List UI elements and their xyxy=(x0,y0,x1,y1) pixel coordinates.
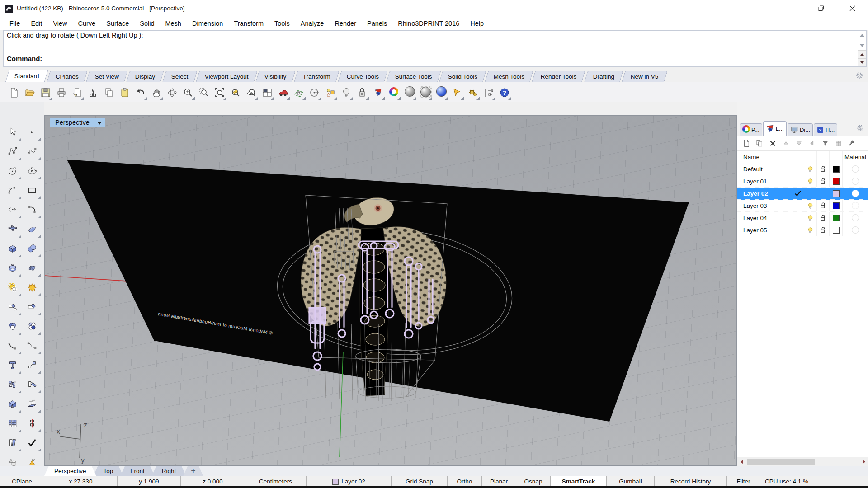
panel-tab-properties[interactable]: P... xyxy=(740,123,762,136)
scroll-right-icon[interactable] xyxy=(859,457,868,466)
new-viewport-tab-button[interactable] xyxy=(183,466,203,476)
status-cplane[interactable]: CPlane xyxy=(0,476,44,487)
import-file-button[interactable] xyxy=(70,84,85,101)
polygon-tool-button[interactable] xyxy=(4,201,21,219)
check-selection-tool-button[interactable] xyxy=(24,434,41,452)
mesh-surface-tool-button[interactable] xyxy=(24,259,41,277)
layer-tools-button[interactable] xyxy=(846,138,856,149)
fillet-curves-tool-button[interactable] xyxy=(4,337,21,355)
zoom-selected-button[interactable] xyxy=(228,84,243,101)
arc-tool-button[interactable] xyxy=(4,181,21,199)
toolbar-tab-visibility[interactable]: Visibility xyxy=(256,71,296,82)
spin-down-icon[interactable] xyxy=(858,58,866,66)
interpolate-curve-tool-button[interactable] xyxy=(24,142,41,160)
command-spinner[interactable] xyxy=(858,50,866,66)
move-layer-up-button[interactable] xyxy=(781,138,791,149)
zoom-window-button[interactable] xyxy=(196,84,212,101)
toolbar-tab-display[interactable]: Display xyxy=(126,71,164,82)
boolean-difference-tool-button[interactable] xyxy=(24,317,41,335)
layer-color-swatch[interactable] xyxy=(829,163,842,175)
viewport-menu-arrow-icon[interactable] xyxy=(97,122,102,125)
layer-color-swatch[interactable] xyxy=(829,200,842,211)
viewport-tab-front[interactable]: Front xyxy=(120,466,155,476)
viewport-layout-button[interactable] xyxy=(259,84,275,101)
spheres-tool-button[interactable] xyxy=(24,239,41,258)
boolean-gear-tool-button[interactable] xyxy=(4,278,21,296)
layer-visibility-bulb-icon[interactable] xyxy=(804,212,816,224)
command-input[interactable]: Command: xyxy=(3,50,867,67)
extrude-surface-tool-button[interactable] xyxy=(24,395,41,413)
layer-manager-button[interactable] xyxy=(370,84,386,101)
print-button[interactable] xyxy=(54,84,69,101)
status-filter[interactable]: Filter xyxy=(727,476,760,487)
surface-from-points-tool-button[interactable] xyxy=(4,220,21,238)
viewport-tab-perspective[interactable]: Perspective xyxy=(44,466,96,476)
help-button[interactable]: ? xyxy=(497,84,512,101)
viewport-tab-top[interactable]: Top xyxy=(94,466,123,476)
rectangular-array-tool-button[interactable] xyxy=(4,414,21,432)
copy-button[interactable] xyxy=(101,84,117,101)
toolbar-tab-render-tools[interactable]: Render Tools xyxy=(532,71,586,82)
restore-icon[interactable] xyxy=(806,0,837,17)
layer-color-swatch[interactable] xyxy=(829,175,842,187)
toolbar-tab-surface-tools[interactable]: Surface Tools xyxy=(386,71,441,82)
layer-material-dot[interactable] xyxy=(842,163,868,175)
blend-curves-tool-button[interactable] xyxy=(24,337,41,355)
toolbar-tab-transform[interactable]: Transform xyxy=(294,71,339,82)
box-tool-button[interactable] xyxy=(4,239,21,258)
layer-color-swatch[interactable] xyxy=(829,188,842,199)
status-planar[interactable]: Planar xyxy=(482,476,516,487)
selection-filter-button[interactable] xyxy=(323,84,338,101)
menu-curve[interactable]: Curve xyxy=(73,20,101,27)
zoom-dynamic-button[interactable] xyxy=(180,84,196,101)
duplicate-layer-button[interactable] xyxy=(755,138,764,149)
menu-dimension[interactable]: Dimension xyxy=(187,20,229,27)
ellipse-tool-button[interactable] xyxy=(24,162,41,180)
point-tool-button[interactable] xyxy=(24,123,41,141)
toolbar-tab-mesh-tools[interactable]: Mesh Tools xyxy=(485,71,533,82)
viewport-tab-right[interactable]: Right xyxy=(152,466,186,476)
lights-button[interactable] xyxy=(339,84,354,101)
toolbar-tab-standard[interactable]: Standard xyxy=(5,70,48,82)
spin-up-icon[interactable] xyxy=(858,50,866,58)
menu-tools[interactable]: Tools xyxy=(269,20,295,27)
text-tool-button[interactable] xyxy=(4,356,21,374)
layer-row-layer-01[interactable]: Layer 01 xyxy=(737,175,868,188)
toolbar-tab-set-view[interactable]: Set View xyxy=(86,71,127,82)
color-picker-button[interactable] xyxy=(386,84,401,101)
new-file-button[interactable] xyxy=(6,84,22,101)
status-layer-02[interactable]: Layer 02 xyxy=(307,476,392,487)
select-tool-button[interactable] xyxy=(4,123,21,141)
layer-lock-icon[interactable] xyxy=(816,175,829,187)
delete-layer-button[interactable] xyxy=(768,138,778,149)
array-along-curve-tool-button[interactable] xyxy=(24,414,41,432)
dimension-tools-button[interactable] xyxy=(481,84,496,101)
filter-layers-button[interactable] xyxy=(820,138,830,149)
status-smarttrack[interactable]: SmartTrack xyxy=(551,476,607,487)
menu-help[interactable]: Help xyxy=(465,20,489,27)
layer-visibility-bulb-icon[interactable] xyxy=(804,200,816,211)
zoom-previous-button[interactable] xyxy=(244,84,259,101)
viewport-title[interactable]: Perspective xyxy=(50,118,105,127)
open-file-button[interactable] xyxy=(22,84,38,101)
cut-button[interactable] xyxy=(85,84,101,101)
status-ortho[interactable]: Ortho xyxy=(448,476,482,487)
scroll-down-icon[interactable] xyxy=(859,44,865,47)
boolean-union-tool-button[interactable] xyxy=(4,317,21,335)
layer-color-swatch[interactable] xyxy=(829,212,842,224)
layer-material-dot[interactable] xyxy=(842,175,868,187)
layer-material-dot[interactable] xyxy=(842,188,868,199)
render-button[interactable] xyxy=(434,84,449,101)
rendered-viewport-button[interactable] xyxy=(418,84,433,101)
toolbar-tab-select[interactable]: Select xyxy=(162,71,197,82)
panel-tab-layers[interactable]: L... xyxy=(763,121,787,136)
layer-row-layer-03[interactable]: Layer 03 xyxy=(737,200,868,212)
scroll-up-icon[interactable] xyxy=(859,34,865,37)
layer-lock-icon[interactable] xyxy=(816,163,829,175)
layer-row-layer-02[interactable]: Layer 02 xyxy=(737,188,868,200)
circle-center-button[interactable] xyxy=(307,84,322,101)
toolbar-tab-drafting[interactable]: Drafting xyxy=(584,71,623,82)
panel-tab-help[interactable]: ?H... xyxy=(814,123,837,136)
trim-tool-button[interactable] xyxy=(4,298,21,316)
save-file-button[interactable] xyxy=(38,84,53,101)
